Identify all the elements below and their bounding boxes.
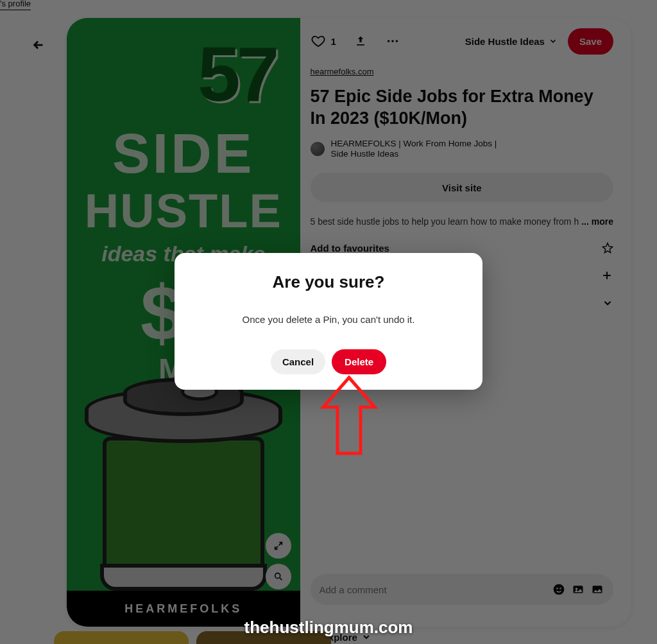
- delete-confirm-modal: Are you sure? Once you delete a Pin, you…: [175, 253, 482, 390]
- modal-title: Are you sure?: [194, 272, 463, 292]
- cancel-button[interactable]: Cancel: [271, 349, 325, 374]
- modal-body: Once you delete a Pin, you can't undo it…: [194, 314, 463, 325]
- delete-button[interactable]: Delete: [332, 349, 386, 374]
